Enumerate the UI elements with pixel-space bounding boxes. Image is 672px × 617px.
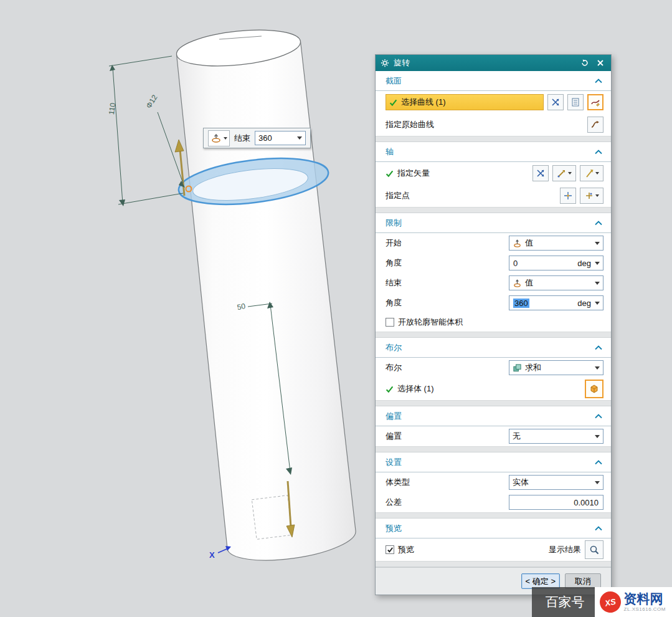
- point-dialog-icon: [563, 191, 573, 201]
- section-header-limits[interactable]: 限制: [376, 213, 611, 233]
- dropdown-caret-icon: [568, 172, 572, 175]
- inferred-vector-icon: [584, 168, 594, 178]
- body-type-row: 体类型 实体: [376, 472, 611, 492]
- x-axis-label: X: [209, 550, 215, 560]
- section-divider: [376, 207, 611, 213]
- reset-icon: [580, 59, 589, 67]
- start-method-value: 值: [525, 237, 592, 249]
- origin-curve-button[interactable]: [587, 117, 603, 133]
- revolve-dialog: 旋转 截面 选择曲线 (1): [375, 54, 612, 595]
- tolerance-input[interactable]: 0.0010: [509, 495, 603, 510]
- section-header-boolean[interactable]: 布尔: [376, 338, 611, 358]
- chevron-up-icon[interactable]: [595, 221, 602, 226]
- select-curve-label: 选择曲线 (1): [401, 97, 446, 108]
- curve-list-button[interactable]: [567, 94, 584, 110]
- value-option-icon: [513, 239, 522, 248]
- revolve-option-dropdown[interactable]: [208, 130, 230, 146]
- close-button[interactable]: [595, 57, 606, 69]
- xs-logo-icon: XS: [597, 590, 622, 615]
- open-profile-checkbox[interactable]: [386, 318, 394, 327]
- vector-dialog-button[interactable]: [552, 165, 576, 181]
- section-header-offset[interactable]: 偏置: [376, 406, 611, 426]
- end-angle-dropdown[interactable]: 360: [255, 131, 306, 145]
- end-angle-row: 角度 360 deg: [376, 293, 611, 313]
- boolean-dropdown[interactable]: 求和: [509, 360, 603, 375]
- chevron-up-icon[interactable]: [595, 79, 602, 84]
- section-title: 偏置: [386, 411, 402, 422]
- section-title: 设置: [386, 457, 402, 468]
- unite-icon: [513, 363, 522, 373]
- dropdown-caret-icon: [224, 137, 227, 140]
- end-method-dropdown[interactable]: 值: [509, 275, 603, 290]
- dimension-phi12-label: Φ12: [144, 93, 159, 110]
- end-angle-input[interactable]: 360 deg: [509, 295, 603, 310]
- onscreen-input-toolbar: 结束 360: [203, 128, 311, 148]
- section-divider: [376, 446, 611, 452]
- solid-body-icon: [589, 383, 600, 395]
- reset-button[interactable]: [579, 57, 590, 69]
- section-header-axis[interactable]: 轴: [376, 142, 611, 162]
- dropdown-caret-icon: [297, 136, 302, 140]
- check-icon: [386, 385, 394, 393]
- start-method-dropdown[interactable]: 值: [509, 236, 603, 251]
- preview-checkbox[interactable]: [386, 545, 394, 554]
- start-label: 开始: [386, 237, 402, 249]
- select-body-label: 选择体 (1): [397, 383, 434, 395]
- chevron-up-icon[interactable]: [595, 345, 602, 350]
- offset-label: 偏置: [386, 431, 402, 442]
- section-divider: [376, 332, 611, 338]
- specify-point-row: 指定点: [376, 184, 611, 207]
- end-angle-value: 360: [258, 133, 297, 143]
- logo-url: ZL.XS1616.COM: [624, 607, 666, 612]
- section-title: 截面: [386, 75, 402, 87]
- body-type-dropdown[interactable]: 实体: [509, 475, 603, 490]
- section-header-preview[interactable]: 预览: [376, 519, 611, 538]
- point-dialog-button[interactable]: [560, 188, 576, 204]
- curve-select-mode-button[interactable]: [587, 94, 603, 110]
- section-title: 轴: [386, 146, 394, 158]
- offset-dropdown[interactable]: 无: [509, 429, 603, 444]
- preview-label: 预览: [398, 544, 414, 555]
- cylinder-body[interactable]: [177, 42, 356, 561]
- selection-filter-button[interactable]: [547, 94, 564, 110]
- boolean-label: 布尔: [386, 362, 402, 373]
- start-angle-input[interactable]: 0 deg: [509, 256, 603, 270]
- end-angle-label: 角度: [386, 297, 402, 308]
- end-method-value: 值: [525, 277, 592, 289]
- tolerance-label: 公差: [386, 497, 402, 508]
- section-header-settings[interactable]: 设置: [376, 452, 611, 472]
- watermark-brand: 百家号: [546, 593, 585, 611]
- origin-curve-row: 指定原始曲线: [376, 113, 611, 136]
- chevron-up-icon[interactable]: [595, 460, 602, 465]
- open-profile-label: 开放轮廓智能体积: [398, 317, 463, 328]
- start-angle-value[interactable]: 0: [511, 259, 575, 268]
- checkmark-icon: [387, 547, 394, 553]
- watermark: 百家号 XS 资料网 ZL.XS1616.COM: [532, 587, 672, 617]
- select-curve-highlight[interactable]: 选择曲线 (1): [386, 94, 544, 110]
- offset-value: 无: [513, 431, 592, 442]
- origin-curve-icon: [590, 120, 600, 130]
- specify-vector-label: 指定矢量: [397, 168, 430, 179]
- section-divider: [376, 561, 611, 567]
- offset-row: 偏置 无: [376, 426, 611, 446]
- end-label: 结束: [234, 133, 250, 144]
- reverse-vector-button[interactable]: [532, 165, 549, 181]
- dropdown-caret-icon: [595, 194, 599, 197]
- dimension-110[interactable]: [109, 56, 183, 206]
- section-header-profile[interactable]: 截面: [376, 71, 611, 91]
- end-angle-value[interactable]: 360: [513, 299, 529, 308]
- chevron-up-icon[interactable]: [595, 526, 602, 531]
- check-icon: [389, 98, 397, 107]
- select-body-row: 选择体 (1): [376, 378, 611, 400]
- point-method-dropdown[interactable]: [580, 188, 603, 204]
- select-body-button[interactable]: [585, 380, 603, 398]
- dropdown-caret-icon: [595, 242, 600, 245]
- chevron-up-icon[interactable]: [595, 150, 602, 155]
- chevron-up-icon[interactable]: [595, 414, 602, 419]
- dialog-titlebar[interactable]: 旋转: [376, 55, 611, 71]
- point-icon: [584, 191, 594, 201]
- vector-method-dropdown[interactable]: [580, 165, 603, 181]
- tolerance-row: 公差 0.0010: [376, 492, 611, 512]
- show-result-button[interactable]: [585, 540, 603, 559]
- start-row: 开始 值: [376, 233, 611, 253]
